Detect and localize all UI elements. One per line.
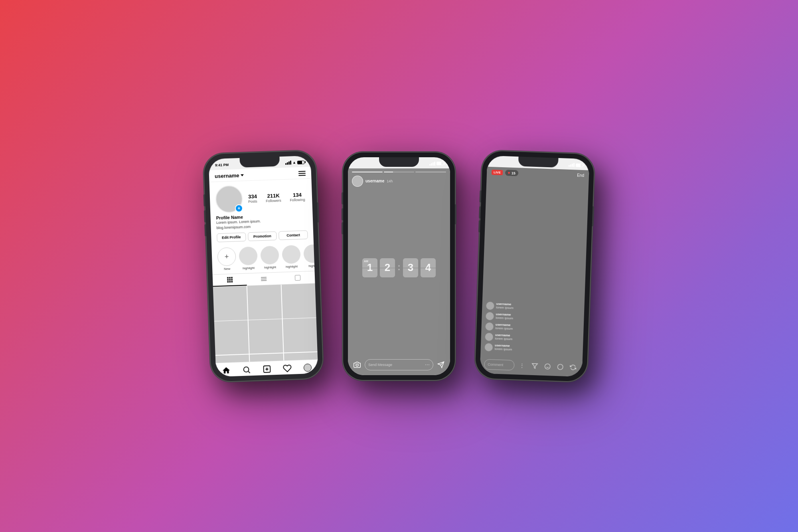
profile-nav-icon[interactable] xyxy=(303,363,312,372)
more-options-button[interactable]: ⋮ xyxy=(517,360,527,371)
following-count: 134 xyxy=(293,192,302,198)
comment-4: username lorem ipsum xyxy=(485,332,579,344)
story-content: AM 1 2 : 3 4 xyxy=(348,188,450,347)
plus-icon: + xyxy=(225,253,229,260)
comment-input[interactable]: Comment xyxy=(484,359,515,370)
new-label: New xyxy=(224,267,230,271)
end-button[interactable]: End xyxy=(577,173,584,178)
flip-camera-button[interactable] xyxy=(568,362,579,373)
phone-profile: 9:41 PM ▲ xyxy=(203,150,323,382)
message-input[interactable]: Send Message ⋯ xyxy=(365,359,433,370)
comment-3: username lorem ipsum xyxy=(485,322,580,333)
tag-tab[interactable] xyxy=(280,271,315,284)
am-pm-label: AM xyxy=(364,260,368,263)
highlight-4[interactable]: highl... xyxy=(303,244,314,268)
viewer-count: 15 xyxy=(512,171,516,175)
comment-avatar-4 xyxy=(485,332,493,341)
post-2[interactable] xyxy=(247,285,282,319)
list-tab[interactable] xyxy=(247,272,281,285)
posts-count: 334 xyxy=(248,193,257,199)
hamburger-icon[interactable] xyxy=(298,170,306,176)
comment-text-wrap-5: username lorem ipsum xyxy=(495,343,512,351)
notch-3 xyxy=(518,156,559,167)
story-screen: username 14h AM 1 2 : 3 4 xyxy=(348,168,450,375)
add-story-button[interactable]: + xyxy=(235,204,243,212)
highlight-label-4: highl... xyxy=(308,264,314,268)
comment-text-1: lorem ipsum xyxy=(496,305,514,310)
svg-point-12 xyxy=(557,364,563,370)
highlight-circle-4 xyxy=(303,244,314,263)
post-6[interactable] xyxy=(282,318,317,352)
story-username: username xyxy=(365,179,384,183)
add-post-nav-icon[interactable] xyxy=(263,364,272,374)
profile-screen: username + xyxy=(209,166,318,377)
highlight-1[interactable]: highlight xyxy=(239,246,258,270)
post-5[interactable] xyxy=(249,319,283,354)
profile-nav-username[interactable]: username xyxy=(215,172,244,179)
comment-2: username lorem ipsum xyxy=(486,312,580,323)
progress-1 xyxy=(352,172,383,172)
message-placeholder: Send Message xyxy=(368,363,392,367)
tag-icon xyxy=(295,275,300,280)
highlight-2[interactable]: highlight xyxy=(260,245,279,269)
story-footer: Send Message ⋯ xyxy=(348,359,450,370)
svg-marker-8 xyxy=(532,363,537,368)
highlight-circle-1 xyxy=(239,246,258,265)
list-icon xyxy=(261,277,267,281)
highlight-3[interactable]: highlight xyxy=(282,245,301,269)
profile-stats: 334 Posts 211K Followers 134 Following xyxy=(247,191,307,203)
account-circle xyxy=(304,363,312,372)
followers-label: Followers xyxy=(266,198,281,202)
comment-placeholder: Comment xyxy=(488,362,503,367)
comment-text-2: lorem ipsum xyxy=(496,316,513,320)
signal-icon-2 xyxy=(429,162,435,166)
highlight-circle-3 xyxy=(282,245,301,264)
contact-button[interactable]: Contact xyxy=(279,230,308,240)
nav-username-text: username xyxy=(215,172,239,179)
battery-icon-2 xyxy=(437,162,444,165)
send-button[interactable] xyxy=(436,360,446,370)
notch-2 xyxy=(379,157,419,167)
phone-live: LIVE ♥ 15 End username xyxy=(475,150,595,382)
emoji-button[interactable] xyxy=(542,361,553,372)
post-3[interactable] xyxy=(281,283,316,318)
heart-nav-icon[interactable] xyxy=(283,364,292,373)
flip-min-2: 4 xyxy=(421,258,436,277)
followers-stat[interactable]: 211K Followers xyxy=(266,192,281,202)
message-options-icon: ⋯ xyxy=(425,362,430,368)
posts-label: Posts xyxy=(248,199,257,203)
comment-text-3: lorem ipsum xyxy=(495,326,513,330)
flip-hour-2: 2 xyxy=(380,258,395,277)
profile-header: + 334 Posts 211K Followers 134 xyxy=(209,178,313,216)
svg-point-0 xyxy=(243,367,249,372)
live-screen: LIVE ♥ 15 End username xyxy=(480,166,589,377)
status-icons-2 xyxy=(429,162,444,166)
comment-avatar-1 xyxy=(486,301,494,310)
highlight-label-2: highlight xyxy=(264,265,276,269)
avatar-wrap[interactable]: + xyxy=(215,185,243,213)
post-1[interactable] xyxy=(213,286,248,320)
signal-icon xyxy=(285,160,291,165)
highlight-label-1: highlight xyxy=(243,266,255,270)
battery-icon xyxy=(297,160,304,164)
signal-bar-3 xyxy=(288,161,290,164)
camera-button[interactable] xyxy=(352,360,362,370)
grid-tab[interactable] xyxy=(213,273,247,287)
comment-avatar-2 xyxy=(486,312,494,320)
post-4[interactable] xyxy=(214,320,249,355)
time-display: 9:41 PM xyxy=(215,162,229,167)
new-story-button[interactable]: + New xyxy=(217,247,236,271)
phone-profile-screen: 9:41 PM ▲ xyxy=(209,155,318,377)
followers-count: 211K xyxy=(267,192,280,198)
promotion-button[interactable]: Promotion xyxy=(248,231,277,241)
grid-icon xyxy=(227,277,233,282)
following-stat[interactable]: 134 Following xyxy=(290,191,305,202)
filter-button[interactable] xyxy=(529,360,540,371)
phone-story-screen: username 14h AM 1 2 : 3 4 xyxy=(348,157,450,375)
comment-5: username lorem ipsum xyxy=(484,343,579,354)
search-nav-icon[interactable] xyxy=(242,365,251,374)
home-nav-icon[interactable] xyxy=(221,366,231,375)
comment-text-wrap-3: username lorem ipsum xyxy=(495,322,513,330)
edit-profile-button[interactable]: Edit Profile xyxy=(217,232,246,242)
effects-button[interactable] xyxy=(555,361,566,372)
